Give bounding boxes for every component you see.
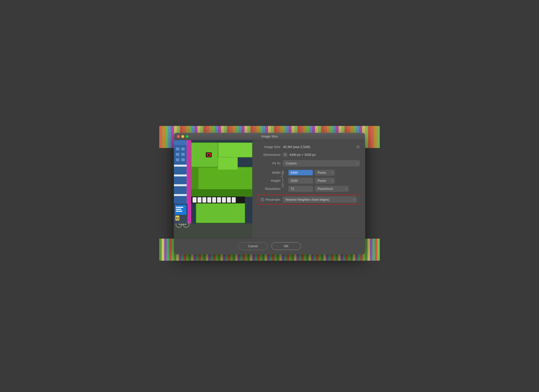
resolution-input[interactable] [288,186,313,192]
svg-rect-17 [218,143,252,157]
dimensions-dropdown[interactable]: ▾ [283,153,287,157]
height-unit-wrapper: Pixels Percent Inches ▾ [315,178,335,184]
svg-rect-32 [232,197,236,203]
right-panel: Image Size: 40,3M (was 2,52M) ⚙ Dimensio… [252,140,365,238]
svg-rect-10 [181,153,185,156]
svg-text:11: 11 [176,217,179,220]
minimize-button[interactable] [181,135,184,138]
resolution-unit-select[interactable]: Pixels/Inch Pixels/Centimeter [315,186,349,192]
close-button[interactable] [177,135,180,138]
svg-rect-52 [176,207,183,208]
width-row: Width: Pixels Percent Inches ▾ [258,170,360,175]
svg-rect-22 [191,189,252,196]
svg-rect-30 [222,197,226,203]
svg-rect-6 [174,194,187,196]
svg-rect-9 [176,153,179,156]
svg-rect-8 [181,147,185,150]
height-row: Height: Pixels Percent Inches ▾ [258,178,360,184]
buttons-row: Cancel OK [174,238,365,254]
svg-rect-59 [282,184,283,187]
resample-row: Resample: Nearest Neighbor (hard edges) … [258,195,360,205]
svg-rect-31 [227,197,231,203]
svg-rect-24 [193,197,196,203]
height-label: Height: [258,179,281,183]
svg-rect-38 [208,154,210,156]
preview-area: 11 [174,140,252,238]
resample-label: Resample: [266,198,281,201]
svg-rect-5 [174,184,187,186]
fit-to-select[interactable]: Custom Original Size Letter (300 ppi) US… [283,160,360,166]
svg-rect-33 [196,203,245,223]
dialog-title: Image Size [261,135,278,138]
fit-to-row: Fit To: Custom Original Size Letter (300… [258,160,360,166]
resolution-row: Resolution: Pixels/Inch Pixels/Centimete… [258,186,360,192]
resample-select[interactable]: Nearest Neighbor (hard edges) Automatic … [283,196,357,203]
width-unit-wrapper: Pixels Percent Inches ▾ [315,170,335,175]
link-icon-container [281,171,285,187]
link-icon [281,171,285,187]
svg-rect-54 [176,211,182,212]
height-unit-select[interactable]: Pixels Percent Inches [315,178,335,184]
image-size-label: Image Size: [258,145,281,149]
svg-rect-27 [207,197,211,203]
svg-rect-26 [202,197,206,203]
resolution-unit-wrapper: Pixels/Inch Pixels/Centimeter ▾ [315,186,349,192]
maximize-button[interactable] [186,135,189,138]
dimensions-value: 4400 px × 3200 px [289,153,316,157]
svg-rect-2 [174,140,187,145]
ok-button[interactable]: OK [271,242,301,250]
gear-icon[interactable]: ⚙ [356,145,360,149]
resample-checkbox[interactable] [261,198,264,201]
svg-rect-15 [191,143,218,167]
image-size-dialog: Image Size [174,133,365,254]
width-input[interactable] [288,170,313,175]
title-bar: Image Size [174,133,365,140]
dialog-body: 11 Image Size: 40,3M (was 2,52M) ⚙ Dimen… [174,140,365,238]
traffic-lights [177,135,189,138]
wh-group: Width: Pixels Percent Inches ▾ [258,170,360,184]
height-input[interactable] [288,178,313,184]
width-unit-select[interactable]: Pixels Percent Inches [315,170,335,175]
svg-rect-11 [176,158,179,161]
preview-image: 11 [174,140,252,238]
resample-checkbox-label[interactable]: Resample: [261,198,281,201]
fit-to-label: Fit To: [258,161,281,165]
svg-rect-53 [176,209,181,210]
resolution-label: Resolution: [258,187,281,191]
svg-rect-7 [176,147,179,150]
svg-rect-25 [197,197,201,203]
dimensions-label: Dimensions: [258,153,281,157]
cancel-button[interactable]: Cancel [238,242,268,250]
svg-rect-3 [174,165,187,167]
svg-rect-35 [218,157,238,170]
svg-rect-12 [181,158,185,161]
image-size-row: Image Size: 40,3M (was 2,52M) ⚙ [258,145,360,149]
width-label: Width: [258,171,281,174]
image-size-value: 40,3M (was 2,52M) [283,145,310,149]
svg-rect-39 [174,223,252,238]
svg-rect-28 [212,197,216,203]
resample-select-wrapper: Nearest Neighbor (hard edges) Automatic … [283,196,357,203]
svg-rect-29 [217,197,221,203]
svg-rect-4 [174,174,187,176]
svg-rect-14 [187,140,191,223]
fit-to-select-wrapper: Custom Original Size Letter (300 ppi) US… [283,160,360,166]
dimensions-row: Dimensions: ▾ 4400 px × 3200 px [258,153,360,157]
